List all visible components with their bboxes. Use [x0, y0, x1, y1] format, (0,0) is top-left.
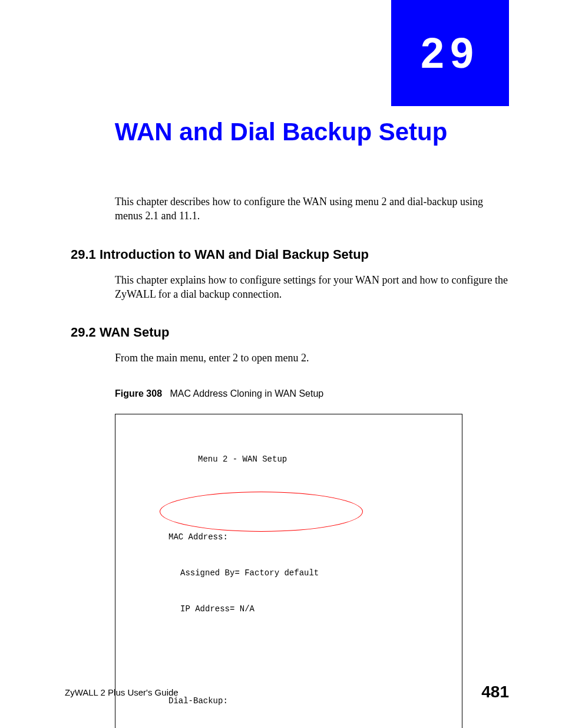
mac-ip-address: IP Address= N/A [180, 603, 450, 615]
content-area: This chapter describes how to configure … [71, 195, 509, 728]
page-number: 481 [481, 683, 509, 701]
mac-address-header: MAC Address: [168, 531, 450, 543]
figure-caption-text: MAC Address Cloning in WAN Setup [170, 388, 323, 398]
chapter-intro: This chapter describes how to configure … [115, 195, 509, 223]
section-text-29-2: From the main menu, enter 2 to open menu… [115, 351, 509, 365]
figure-caption: Figure 308 MAC Address Cloning in WAN Se… [115, 388, 509, 399]
figure-label: Figure 308 [115, 388, 162, 398]
chapter-number-box: 29 [391, 0, 509, 106]
section-text-29-1: This chapter explains how to configure s… [115, 273, 509, 302]
terminal-screenshot: Menu 2 - WAN Setup MAC Address: Assigned… [115, 414, 462, 728]
red-oval-highlight [160, 492, 363, 532]
page-footer: ZyWALL 2 Plus User's Guide 481 [65, 683, 509, 701]
chapter-number: 29 [421, 29, 480, 77]
mac-assigned-by: Assigned By= Factory default [180, 567, 450, 579]
section-heading-29-1: 29.1 Introduction to WAN and Dial Backup… [71, 247, 509, 262]
chapter-title: WAN and Dial Backup Setup [0, 118, 562, 146]
terminal-title: Menu 2 - WAN Setup [198, 453, 450, 465]
guide-label: ZyWALL 2 Plus User's Guide [65, 687, 178, 697]
highlighted-section: MAC Address: Assigned By= Factory defaul… [127, 495, 450, 639]
section-heading-29-2: 29.2 WAN Setup [71, 325, 509, 340]
